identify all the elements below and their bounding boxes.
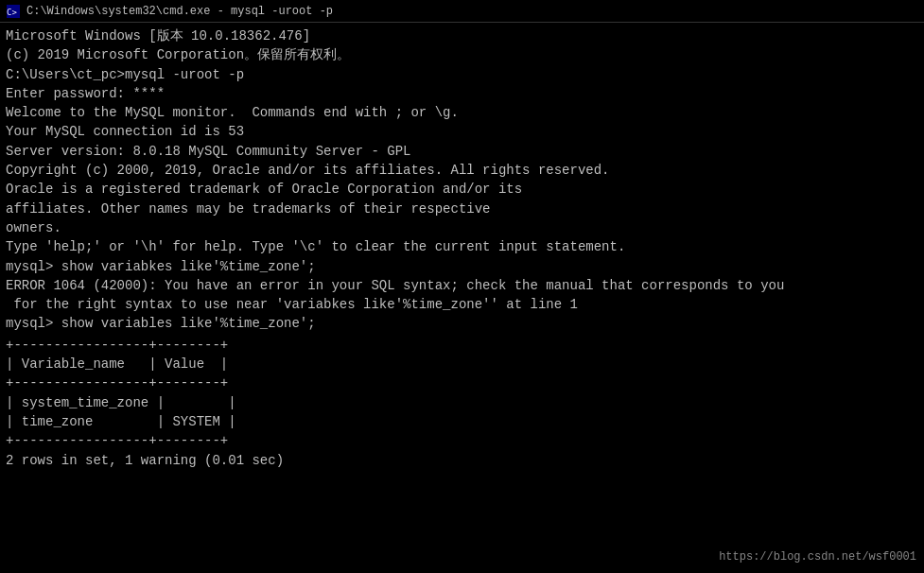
terminal-line-4: Enter password: **** xyxy=(6,84,918,103)
terminal-line-7: Server version: 8.0.18 MySQL Community S… xyxy=(6,142,918,161)
terminal-line-1: (c) 2019 Microsoft Corporation。保留所有权利。 xyxy=(6,45,918,64)
terminal-line-17: mysql> show variabkes like'%time_zone'; xyxy=(6,257,918,276)
terminal-line-12: affiliates. Other names may be trademark… xyxy=(6,200,918,218)
terminal-line-13: owners. xyxy=(6,218,918,237)
terminal-line-11: Oracle is a registered trademark of Orac… xyxy=(6,180,918,199)
table-bot-border: +-----------------+--------+ xyxy=(6,431,918,450)
terminal-line-3: C:\Users\ct_pc>mysql -uroot -p xyxy=(6,65,918,84)
terminal-line-6: Your MySQL connection id is 53 xyxy=(6,122,918,141)
terminal-line-9: Copyright (c) 2000, 2019, Oracle and/or … xyxy=(6,161,918,180)
watermark: https://blog.csdn.net/wsf0001 xyxy=(719,549,916,565)
terminal-line-20: mysql> show variables like'%time_zone'; xyxy=(6,314,918,333)
terminal-body[interactable]: Microsoft Windows [版本 10.0.18362.476] (c… xyxy=(0,23,924,573)
terminal-line-5: Welcome to the MySQL monitor. Commands e… xyxy=(6,103,918,122)
cmd-icon: C> xyxy=(6,4,21,19)
table-data-row-1: | time_zone | SYSTEM | xyxy=(6,412,918,431)
terminal-line-19: for the right syntax to use near 'variab… xyxy=(6,295,918,314)
mysql-table: +-----------------+--------+ | Variable_… xyxy=(6,336,918,451)
table-header-row: | Variable_name | Value | xyxy=(6,355,918,373)
terminal-line-0: Microsoft Windows [版本 10.0.18362.476] xyxy=(6,26,918,45)
table-data-row-0: | system_time_zone | | xyxy=(6,393,918,412)
terminal-line-18: ERROR 1064 (42000): You have an error in… xyxy=(6,276,918,295)
title-bar: C> C:\Windows\system32\cmd.exe - mysql -… xyxy=(0,0,924,23)
terminal-line-15: Type 'help;' or '\h' for help. Type '\c'… xyxy=(6,237,918,256)
table-mid-border: +-----------------+--------+ xyxy=(6,373,918,392)
title-bar-text: C:\Windows\system32\cmd.exe - mysql -uro… xyxy=(26,5,333,18)
terminal-footer: 2 rows in set, 1 warning (0.01 sec) xyxy=(6,451,918,470)
svg-text:C>: C> xyxy=(7,8,17,17)
table-top-border: +-----------------+--------+ xyxy=(6,336,918,355)
